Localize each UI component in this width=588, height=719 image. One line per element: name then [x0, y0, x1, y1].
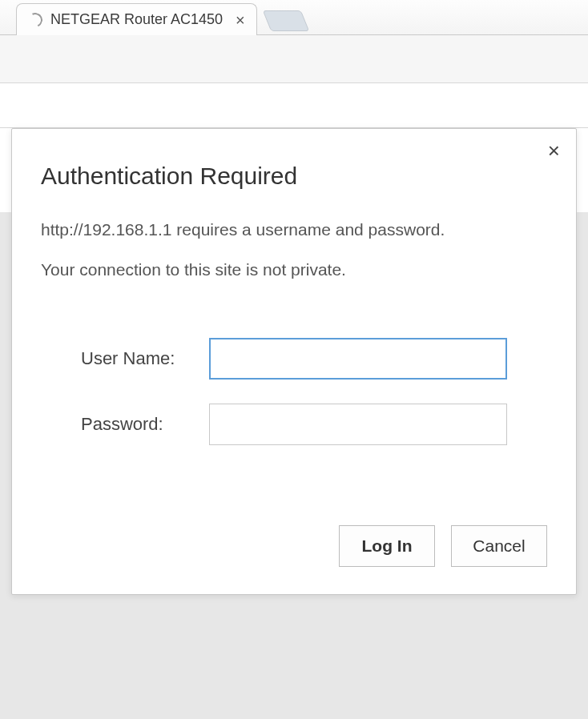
loading-spinner-icon — [26, 10, 44, 29]
auth-dialog: × Authentication Required http://192.168… — [11, 128, 577, 595]
browser-toolbar — [0, 35, 588, 83]
username-label: User Name: — [81, 348, 209, 369]
new-tab-button[interactable] — [263, 10, 310, 31]
dialog-buttons: Log In Cancel — [41, 525, 547, 567]
dialog-message-2: Your connection to this site is not priv… — [41, 259, 547, 281]
browser-tab[interactable]: NETGEAR Router AC1450 × — [16, 3, 257, 35]
login-button[interactable]: Log In — [339, 525, 435, 567]
username-input[interactable] — [209, 338, 507, 380]
password-input[interactable] — [209, 404, 507, 445]
auth-form: User Name: Password: — [81, 338, 547, 445]
cancel-button[interactable]: Cancel — [451, 525, 547, 567]
dialog-close-icon[interactable]: × — [548, 140, 560, 161]
dialog-message-1: http://192.168.1.1 requires a username a… — [41, 219, 547, 241]
tab-title: NETGEAR Router AC1450 — [50, 11, 223, 28]
tab-strip: NETGEAR Router AC1450 × — [0, 0, 588, 35]
dialog-title: Authentication Required — [41, 163, 547, 190]
username-row: User Name: — [81, 338, 547, 380]
password-row: Password: — [81, 404, 547, 445]
password-label: Password: — [81, 414, 209, 435]
close-icon[interactable]: × — [236, 12, 245, 28]
address-bar[interactable] — [0, 83, 588, 128]
